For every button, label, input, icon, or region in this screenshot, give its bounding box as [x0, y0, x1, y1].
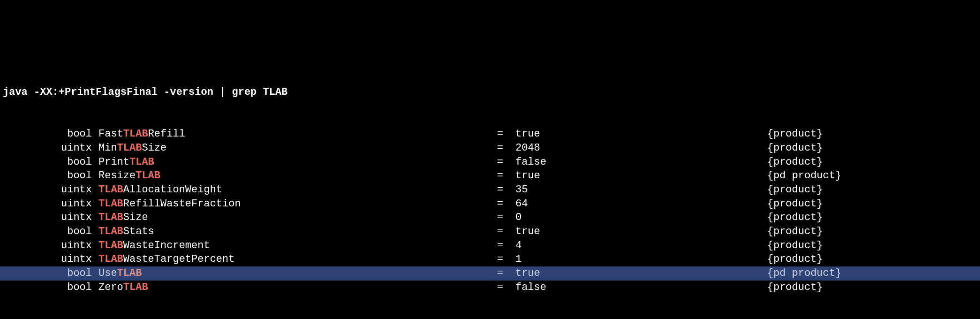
- flag-value: 4: [509, 239, 767, 253]
- flag-category: {pd product}: [767, 169, 980, 183]
- equals-sign: =: [497, 225, 509, 239]
- flag-name-pre: Zero: [98, 281, 123, 293]
- flag-value: true: [509, 225, 767, 239]
- flag-name: MinTLABSize: [98, 141, 497, 155]
- flag-value: true: [509, 127, 767, 141]
- flag-name: FastTLABRefill: [98, 127, 497, 141]
- flag-category: {product}: [767, 155, 980, 169]
- flag-category: {product}: [767, 127, 980, 141]
- flag-row: boolPrintTLAB= false{product}: [0, 155, 980, 169]
- flag-type: bool: [0, 169, 98, 183]
- flag-name-post: RefillWasteFraction: [123, 198, 241, 210]
- flag-name-match: TLAB: [98, 198, 123, 210]
- flag-row: boolZeroTLAB= false{product}: [0, 281, 980, 295]
- flags-list: boolFastTLABRefill= true{product}uintxMi…: [0, 127, 980, 294]
- flag-name-match: TLAB: [98, 240, 123, 251]
- flag-category: {product}: [767, 211, 980, 225]
- flag-name-pre: Print: [98, 156, 129, 168]
- flag-type: uintx: [0, 252, 98, 266]
- command-match: TLAB: [263, 86, 288, 98]
- flag-value: 2048: [509, 141, 767, 155]
- flag-name-match: TLAB: [98, 184, 123, 196]
- flag-name-match: TLAB: [123, 128, 148, 140]
- flag-category: {product}: [767, 281, 980, 295]
- flag-row: uintxTLABWasteIncrement= 4{product}: [0, 239, 980, 253]
- flag-name-match: TLAB: [98, 212, 123, 223]
- flag-category: {product}: [767, 252, 980, 266]
- flag-name-post: AllocationWeight: [123, 184, 222, 196]
- equals-sign: =: [497, 183, 509, 197]
- flag-type: uintx: [0, 141, 98, 155]
- equals-sign: =: [497, 266, 509, 281]
- flag-name-pre: Resize: [98, 170, 136, 182]
- flag-name-match: TLAB: [117, 267, 142, 279]
- flag-category: {product}: [767, 225, 980, 239]
- flag-type: uintx: [0, 197, 98, 211]
- flag-row: uintxTLABAllocationWeight= 35{product}: [0, 183, 980, 197]
- flag-category: {product}: [767, 183, 980, 197]
- flag-type: bool: [0, 225, 98, 239]
- flag-name-match: TLAB: [98, 226, 123, 237]
- flag-type: uintx: [0, 183, 98, 197]
- flag-type: uintx: [0, 211, 98, 225]
- flag-row: uintxMinTLABSize= 2048{product}: [0, 141, 980, 155]
- flag-type: bool: [0, 155, 98, 169]
- flag-row: uintxTLABRefillWasteFraction= 64{product…: [0, 197, 980, 211]
- flag-type: bool: [0, 127, 98, 141]
- flag-name: TLABStats: [98, 225, 497, 239]
- flag-name-post: Refill: [148, 128, 185, 140]
- equals-sign: =: [497, 155, 509, 169]
- flag-name: TLABWasteIncrement: [98, 239, 497, 253]
- flag-name-pre: Min: [98, 142, 117, 154]
- command-text: java -XX:+PrintFlagsFinal -version | gre…: [3, 86, 263, 98]
- equals-sign: =: [497, 239, 509, 253]
- flag-name: ZeroTLAB: [98, 281, 497, 295]
- flag-type: bool: [0, 266, 98, 281]
- flag-category: {product}: [767, 197, 980, 211]
- equals-sign: =: [497, 127, 509, 141]
- flag-name: TLABRefillWasteFraction: [98, 197, 497, 211]
- flag-value: 1: [509, 252, 767, 266]
- flag-category: {product}: [767, 141, 980, 155]
- flag-row: boolFastTLABRefill= true{product}: [0, 127, 980, 141]
- flag-value: false: [509, 155, 767, 169]
- flag-name: TLABWasteTargetPercent: [98, 252, 497, 266]
- flag-name-post: Size: [142, 142, 166, 154]
- equals-sign: =: [497, 281, 509, 295]
- flag-category: {product}: [767, 239, 980, 253]
- flag-value: 0: [509, 211, 767, 225]
- flag-name-match: TLAB: [129, 156, 154, 168]
- flag-row: uintxTLABWasteTargetPercent= 1{product}: [0, 252, 980, 266]
- terminal-output: java -XX:+PrintFlagsFinal -version | gre…: [0, 58, 980, 319]
- flag-name-match: TLAB: [123, 281, 148, 293]
- flag-name-match: TLAB: [117, 142, 142, 154]
- command-line: java -XX:+PrintFlagsFinal -version | gre…: [0, 85, 980, 99]
- equals-sign: =: [497, 197, 509, 211]
- flag-row: uintxTLABSize= 0{product}: [0, 211, 980, 225]
- flag-row: boolTLABStats= true{product}: [0, 225, 980, 239]
- flag-name-match: TLAB: [136, 170, 160, 182]
- flag-name-pre: Fast: [98, 128, 123, 140]
- flag-name-post: WasteIncrement: [123, 240, 210, 251]
- equals-sign: =: [497, 141, 509, 155]
- flag-name-post: Size: [123, 212, 148, 223]
- flag-name: TLABSize: [98, 211, 497, 225]
- flag-name-pre: Use: [98, 267, 117, 279]
- flag-name: TLABAllocationWeight: [98, 183, 497, 197]
- flag-row: boolResizeTLAB= true{pd product}: [0, 169, 980, 183]
- flag-name-match: TLAB: [98, 253, 123, 265]
- flag-name: UseTLAB: [98, 266, 497, 281]
- equals-sign: =: [497, 169, 509, 183]
- flag-type: bool: [0, 281, 98, 295]
- equals-sign: =: [497, 252, 509, 266]
- flag-value: true: [509, 169, 767, 183]
- flag-row: boolUseTLAB= true{pd product}: [0, 266, 980, 281]
- flag-value: false: [509, 281, 767, 295]
- flag-value: 64: [509, 197, 767, 211]
- flag-name: PrintTLAB: [98, 155, 497, 169]
- equals-sign: =: [497, 211, 509, 225]
- flag-category: {pd product}: [767, 266, 980, 281]
- flag-type: uintx: [0, 239, 98, 253]
- flag-value: true: [509, 266, 767, 281]
- flag-value: 35: [509, 183, 767, 197]
